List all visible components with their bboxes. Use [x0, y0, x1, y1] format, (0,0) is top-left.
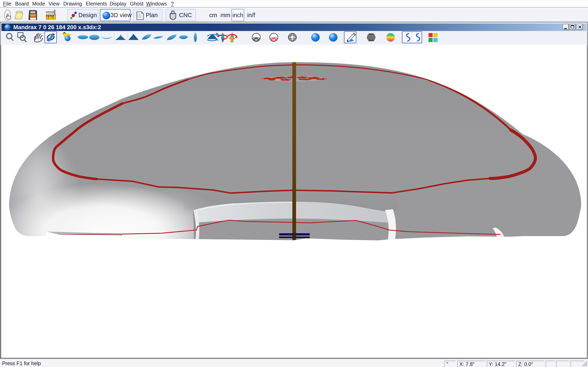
svg-text:1: 1: [47, 16, 49, 19]
svg-text:0: 0: [52, 16, 54, 19]
